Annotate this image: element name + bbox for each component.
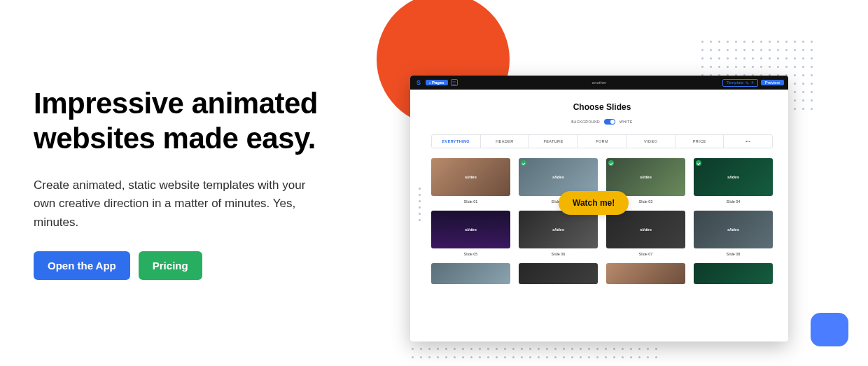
slide-thumbnail: slides xyxy=(519,211,598,248)
slide-brand-text: slides xyxy=(552,175,564,179)
slide-card[interactable] xyxy=(519,263,598,284)
background-toggle-row: BACKGROUND WHITE xyxy=(431,119,773,125)
menu-icon[interactable]: ☰ xyxy=(451,79,458,86)
hero-subhead: Create animated, static website template… xyxy=(34,176,328,232)
slide-brand-text: slides xyxy=(552,227,564,232)
slide-brand-text: slides xyxy=(465,227,477,232)
slide-caption: Slide 04 xyxy=(694,199,773,204)
tab-header[interactable]: HEADER xyxy=(481,135,530,148)
template-label: Template xyxy=(727,80,743,85)
open-app-button[interactable]: Open the App xyxy=(34,251,130,280)
slide-caption: Slide 06 xyxy=(519,252,598,256)
slide-brand-text: slides xyxy=(465,175,477,179)
slide-caption: Slide 08 xyxy=(694,252,773,256)
slide-card[interactable] xyxy=(431,263,510,284)
slide-thumbnail xyxy=(431,263,510,284)
tab-feature[interactable]: FEATURE xyxy=(529,135,578,148)
slide-brand-text: slides xyxy=(727,175,739,179)
app-logo-icon: S xyxy=(414,78,423,87)
toggle-label-left: BACKGROUND xyxy=(571,120,600,124)
hero-headline: Impressive animated websites made easy. xyxy=(34,86,328,157)
tab-video[interactable]: VIDEO xyxy=(626,135,676,148)
tab-price[interactable]: PRICE xyxy=(676,135,724,148)
tab-more[interactable]: ••• xyxy=(724,135,772,148)
slide-thumbnail: slides xyxy=(519,158,598,196)
preview-button[interactable]: Preview xyxy=(761,80,784,85)
template-button[interactable]: Template ✎ 4 xyxy=(722,79,758,87)
slide-thumbnail: slides xyxy=(606,211,685,248)
slide-caption: Slide 01 xyxy=(431,199,510,204)
slide-thumbnail: slides xyxy=(431,211,510,248)
slide-thumbnail xyxy=(694,263,773,284)
tab-everything[interactable]: EVERYTHING xyxy=(432,135,481,148)
pencil-icon: ✎ xyxy=(746,80,749,85)
slide-card[interactable]: slides Slide 06 xyxy=(519,211,598,256)
check-icon xyxy=(521,160,526,166)
toggle-label-right: WHITE xyxy=(620,120,633,124)
slide-thumbnail: slides xyxy=(606,158,685,196)
slide-card[interactable] xyxy=(694,263,773,284)
slide-brand-text: slides xyxy=(727,227,739,232)
app-preview-window: S ‹ Pages ☰ another Template ✎ 4 Preview xyxy=(410,76,788,342)
watch-me-button[interactable]: Watch me! xyxy=(559,191,629,215)
slide-card[interactable]: slides Slide 08 xyxy=(694,211,773,256)
slide-brand-text: slides xyxy=(640,227,652,232)
slide-thumbnail: slides xyxy=(431,158,510,196)
chat-widget-button[interactable] xyxy=(811,313,848,346)
slide-card[interactable]: slides Slide 05 xyxy=(431,211,510,256)
slide-thumbnail: slides xyxy=(694,158,773,196)
slide-card[interactable]: slides Slide 07 xyxy=(606,211,685,256)
pages-label: Pages xyxy=(432,80,444,85)
tab-form[interactable]: FORM xyxy=(578,135,627,148)
slide-thumbnail xyxy=(606,263,685,284)
slide-card[interactable]: slides Slide 01 xyxy=(431,158,510,204)
check-icon xyxy=(608,160,614,166)
app-topbar: S ‹ Pages ☰ another Template ✎ 4 Preview xyxy=(410,76,788,90)
chevron-left-icon: ‹ xyxy=(429,80,430,85)
slide-card[interactable] xyxy=(606,263,685,284)
pricing-button[interactable]: Pricing xyxy=(139,251,202,280)
slide-thumbnail xyxy=(519,263,598,284)
slide-brand-text: slides xyxy=(640,175,652,179)
page-indicator-dots xyxy=(419,188,421,221)
slide-caption: Slide 05 xyxy=(431,252,510,256)
pages-button[interactable]: ‹ Pages xyxy=(426,80,448,85)
slide-card[interactable]: slides Slide 04 xyxy=(694,158,773,204)
category-tabs: EVERYTHING HEADER FEATURE FORM VIDEO PRI… xyxy=(431,134,773,148)
background-toggle[interactable] xyxy=(604,119,615,125)
slide-thumbnail: slides xyxy=(694,211,773,248)
check-icon xyxy=(696,160,701,166)
slide-caption: Slide 07 xyxy=(606,252,685,256)
document-title: another xyxy=(592,80,606,85)
template-count: 4 xyxy=(751,80,753,85)
choose-slides-title: Choose Slides xyxy=(431,102,773,112)
